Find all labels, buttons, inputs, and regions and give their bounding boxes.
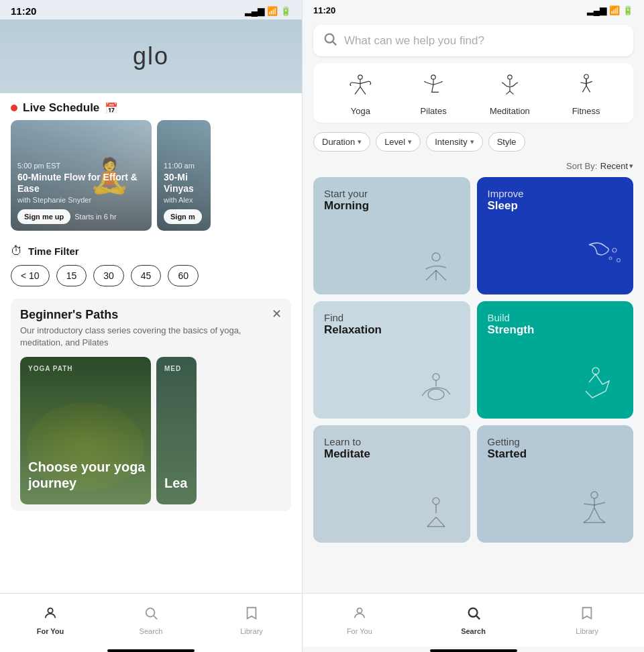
morning-title: Morning — [324, 199, 460, 213]
svg-point-6 — [358, 75, 362, 79]
grid-card-getting-started[interactable]: Getting Started — [477, 425, 634, 543]
grid-card-sleep-top: Improve Sleep — [488, 188, 623, 213]
time-btn-45[interactable]: 45 — [131, 265, 162, 286]
card-2-content: 11:00 am 30-Mi Vinyas with Alex Sign m — [164, 162, 204, 224]
svg-point-4 — [325, 34, 334, 43]
left-nav-search-label: Search — [140, 627, 163, 635]
svg-line-2 — [154, 616, 157, 619]
category-yoga[interactable]: Yoga — [343, 68, 377, 116]
left-status-bar: 11:20 ▂▄▆ 📶 🔋 — [0, 0, 302, 19]
sleep-top-label: Improve — [488, 188, 623, 199]
meditation-icon — [493, 68, 527, 102]
card-1-signup-btn[interactable]: Sign me up — [17, 209, 70, 224]
category-fitness[interactable]: Fitness — [570, 68, 603, 116]
right-battery-icon: 🔋 — [623, 5, 633, 15]
sort-prefix: Sort By: — [566, 161, 597, 171]
filter-level[interactable]: Level ▾ — [376, 132, 421, 152]
right-nav-for-you[interactable]: For You — [303, 600, 417, 641]
time-buttons: < 10 15 30 45 60 — [11, 265, 291, 286]
battery-icon: 🔋 — [280, 6, 291, 16]
right-time: 11:20 — [313, 5, 335, 15]
time-filter-section: ⏱ Time Filter < 10 15 30 45 60 — [0, 239, 302, 293]
med-path-card[interactable]: MED Lea — [156, 357, 197, 504]
relaxation-top-label: Find — [324, 312, 460, 323]
yoga-path-card[interactable]: YOGA PATH Choose your yoga journey — [20, 357, 151, 504]
getting-started-icon — [488, 485, 623, 532]
strength-top-label: Build — [488, 312, 623, 323]
relaxation-icon — [324, 368, 460, 408]
search-placeholder: What can we help you find? — [344, 34, 484, 48]
grid-card-sleep[interactable]: Improve Sleep — [477, 177, 634, 294]
left-nav-library[interactable]: Library — [201, 600, 302, 641]
morning-icon — [324, 243, 460, 284]
left-search-icon — [144, 606, 158, 624]
svg-point-8 — [508, 75, 512, 79]
svg-point-31 — [357, 608, 362, 612]
time-filter-title: Time Filter — [28, 246, 79, 257]
category-meditation[interactable]: Meditation — [490, 68, 530, 116]
filter-style[interactable]: Style — [488, 132, 525, 152]
right-signal-icon: ▂▄▆ — [587, 5, 606, 15]
right-panel: 11:20 ▂▄▆ 📶 🔋 What can we help you find? — [302, 0, 644, 652]
right-nav-for-you-label: For You — [347, 627, 372, 635]
right-nav-library-label: Library — [576, 627, 598, 635]
search-bar[interactable]: What can we help you find? — [313, 25, 633, 56]
grid-card-getting-started-top: Getting Started — [488, 436, 623, 461]
class-cards-row: 🧘 5:00 pm EST 60-Minute Flow for Effort … — [0, 120, 302, 239]
svg-line-5 — [333, 42, 336, 45]
right-nav-library[interactable]: Library — [530, 600, 644, 641]
category-pilates[interactable]: Pilates — [417, 68, 450, 116]
sort-value[interactable]: Recent — [600, 161, 628, 171]
filter-intensity[interactable]: Intensity ▾ — [426, 132, 482, 152]
time-btn-10[interactable]: < 10 — [11, 265, 50, 286]
left-panel: 11:20 ▂▄▆ 📶 🔋 glo Live Schedule 📅 🧘 — [0, 0, 302, 652]
clock-icon: ⏱ — [11, 244, 23, 258]
pilates-icon — [417, 68, 450, 102]
card-2-actions: Sign m — [164, 209, 204, 224]
left-nav-search[interactable]: Search — [101, 600, 201, 641]
strength-title: Strength — [488, 323, 623, 337]
filter-row: Duration ▾ Level ▾ Intensity ▾ Style — [303, 128, 644, 157]
pilates-label: Pilates — [421, 106, 447, 116]
left-home-indicator — [107, 649, 195, 652]
card-2-signup-btn[interactable]: Sign m — [164, 209, 202, 224]
svg-point-17 — [433, 374, 439, 380]
right-search-nav-icon — [466, 606, 481, 624]
grid-card-relaxation[interactable]: Find Relaxation — [313, 301, 470, 419]
grid-card-meditate-top: Learn to Meditate — [324, 436, 460, 461]
filter-duration[interactable]: Duration ▾ — [313, 132, 370, 152]
getting-started-title: Started — [488, 447, 623, 461]
svg-point-15 — [609, 257, 612, 260]
hero-bg: glo — [0, 19, 302, 93]
right-nav-search[interactable]: Search — [417, 600, 531, 641]
class-card-1[interactable]: 🧘 5:00 pm EST 60-Minute Flow for Effort … — [11, 120, 152, 231]
svg-point-16 — [617, 259, 621, 262]
right-nav-search-label: Search — [461, 627, 486, 635]
wifi-icon: 📶 — [267, 6, 278, 16]
time-btn-60[interactable]: 60 — [168, 265, 199, 286]
right-bottom-nav: For You Search Library — [303, 593, 644, 647]
time-btn-30[interactable]: 30 — [93, 265, 124, 286]
left-scroll-content: Live Schedule 📅 🧘 5:00 pm EST 60-Minute … — [0, 93, 302, 593]
card-1-title: 60-Minute Flow for Effort & Ease — [17, 172, 145, 195]
left-status-icons: ▂▄▆ 📶 🔋 — [245, 6, 291, 16]
left-nav-for-you[interactable]: For You — [0, 600, 101, 641]
grid-card-meditate[interactable]: Learn to Meditate — [313, 425, 470, 543]
filter-duration-label: Duration — [322, 137, 355, 147]
card-1-time: 5:00 pm EST — [17, 162, 145, 170]
class-card-2[interactable]: 11:00 am 30-Mi Vinyas with Alex Sign m — [157, 120, 211, 231]
left-nav-for-you-label: For You — [37, 627, 64, 635]
fitness-label: Fitness — [572, 106, 600, 116]
fitness-icon — [570, 68, 603, 102]
card-2-instructor: with Alex — [164, 196, 204, 204]
grid-card-strength[interactable]: Build Strength — [477, 301, 634, 419]
time-btn-15[interactable]: 15 — [56, 265, 87, 286]
close-beginner-btn[interactable]: ✕ — [272, 307, 282, 321]
svg-point-32 — [468, 608, 477, 616]
svg-point-10 — [432, 253, 440, 261]
right-wifi-icon: 📶 — [609, 5, 620, 15]
beginner-banner: ✕ Beginner's Paths Our introductory clas… — [11, 298, 291, 511]
grid-card-morning[interactable]: Start your Morning — [313, 177, 470, 294]
live-schedule-header: Live Schedule 📅 — [0, 93, 302, 120]
meditation-label: Meditation — [490, 106, 530, 116]
